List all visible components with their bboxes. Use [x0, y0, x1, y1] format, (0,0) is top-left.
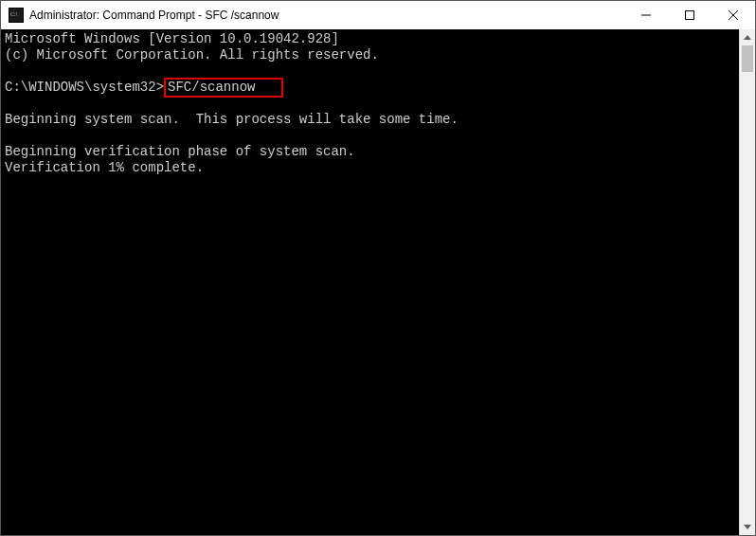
- maximize-button[interactable]: [668, 1, 711, 29]
- console-line-progress: Verification 1% complete.: [5, 160, 204, 175]
- console-command: SFC/scannow: [168, 80, 255, 95]
- svg-marker-8: [744, 525, 751, 529]
- scroll-up-arrow-icon[interactable]: [740, 29, 755, 45]
- svg-marker-7: [744, 35, 751, 40]
- console-line-copyright: (c) Microsoft Corporation. All rights re…: [5, 47, 379, 63]
- command-highlight: SFC/scannow: [164, 78, 283, 98]
- client-area: Microsoft Windows [Version 10.0.19042.92…: [1, 29, 755, 535]
- scrollbar-track[interactable]: [740, 45, 755, 519]
- svg-rect-4: [686, 11, 694, 20]
- svg-text:C:\: C:\: [10, 11, 18, 17]
- console-line-version: Microsoft Windows [Version 10.0.19042.92…: [5, 31, 339, 46]
- window-title: Administrator: Command Prompt - SFC /sca…: [29, 9, 624, 22]
- console-output[interactable]: Microsoft Windows [Version 10.0.19042.92…: [1, 29, 739, 535]
- console-line-scan: Beginning system scan. This process will…: [5, 112, 459, 127]
- close-button[interactable]: [711, 1, 755, 29]
- vertical-scrollbar[interactable]: [739, 29, 755, 535]
- window-controls: [624, 1, 755, 29]
- scrollbar-thumb[interactable]: [742, 45, 753, 72]
- scroll-down-arrow-icon[interactable]: [740, 519, 755, 535]
- minimize-button[interactable]: [624, 1, 668, 29]
- console-line-verify: Beginning verification phase of system s…: [5, 144, 355, 159]
- titlebar[interactable]: C:\ Administrator: Command Prompt - SFC …: [1, 1, 755, 29]
- cmd-icon: C:\: [9, 8, 24, 23]
- command-prompt-window: C:\ Administrator: Command Prompt - SFC …: [0, 0, 756, 536]
- console-prompt: C:\WINDOWS\system32>: [5, 80, 164, 95]
